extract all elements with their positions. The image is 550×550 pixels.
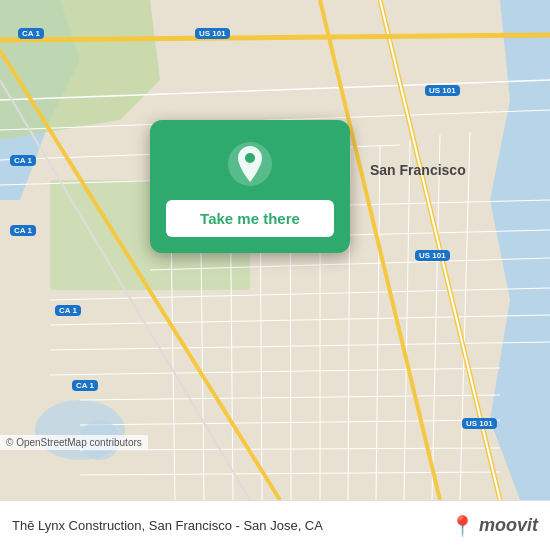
popup-card: Take me there [150, 120, 350, 253]
location-label: Thē Lynx Construction, San Francisco - S… [12, 518, 323, 533]
badge-ca1-bottom: CA 1 [72, 380, 98, 391]
badge-ca1-top: CA 1 [18, 28, 44, 39]
moovit-logo: 📍 moovit [450, 514, 538, 538]
badge-us101-right-top: US 101 [425, 85, 460, 96]
location-text: Thē Lynx Construction, San Francisco - S… [12, 518, 323, 533]
bottom-bar: Thē Lynx Construction, San Francisco - S… [0, 500, 550, 550]
location-pin-icon [226, 140, 274, 188]
badge-us101-right-mid: US 101 [415, 250, 450, 261]
moovit-pin-icon: 📍 [450, 514, 475, 538]
badge-us101-top: US 101 [195, 28, 230, 39]
badge-ca1-lower: CA 1 [55, 305, 81, 316]
svg-point-41 [245, 153, 255, 163]
badge-ca1-mid: CA 1 [10, 155, 36, 166]
svg-text:San Francisco: San Francisco [370, 162, 466, 178]
badge-us101-right-bot: US 101 [462, 418, 497, 429]
map-container: San Francisco Take me there © OpenStreet… [0, 0, 550, 500]
moovit-label: moovit [479, 515, 538, 536]
badge-ca1-mid2: CA 1 [10, 225, 36, 236]
take-me-there-button[interactable]: Take me there [166, 200, 334, 237]
copyright-text: © OpenStreetMap contributors [0, 435, 148, 450]
